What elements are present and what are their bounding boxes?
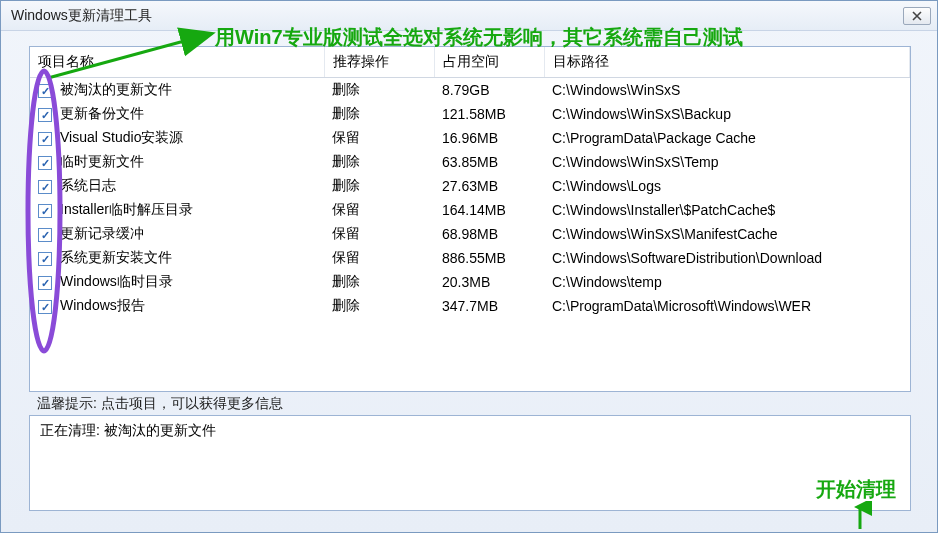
table-row[interactable]: 临时更新文件删除63.85MBC:\Windows\WinSxS\Temp <box>30 150 910 174</box>
cell-path: C:\Windows\Installer\$PatchCache$ <box>544 198 910 222</box>
row-checkbox[interactable] <box>38 228 52 242</box>
cell-name: 系统日志 <box>52 174 324 198</box>
cell-name: Installer临时解压目录 <box>52 198 324 222</box>
cell-name: 更新记录缓冲 <box>52 222 324 246</box>
cell-name: Windows报告 <box>52 294 324 318</box>
cell-size: 20.3MB <box>434 270 544 294</box>
cell-path: C:\Windows\WinSxS\Backup <box>544 102 910 126</box>
cell-action: 删除 <box>324 294 434 318</box>
row-checkbox[interactable] <box>38 156 52 170</box>
window-title: Windows更新清理工具 <box>11 7 152 25</box>
header-name[interactable]: 项目名称 <box>30 47 324 78</box>
table-row[interactable]: Installer临时解压目录保留164.14MBC:\Windows\Inst… <box>30 198 910 222</box>
cell-size: 886.55MB <box>434 246 544 270</box>
header-action[interactable]: 推荐操作 <box>324 47 434 78</box>
table-row[interactable]: 被淘汰的更新文件删除8.79GBC:\Windows\WinSxS <box>30 78 910 103</box>
table-header-row: 项目名称 推荐操作 占用空间 目标路径 <box>30 47 910 78</box>
status-panel: 正在清理: 被淘汰的更新文件 <box>29 415 911 511</box>
cell-action: 删除 <box>324 150 434 174</box>
cell-size: 8.79GB <box>434 78 544 103</box>
cell-size: 16.96MB <box>434 126 544 150</box>
cell-name: 系统更新安装文件 <box>52 246 324 270</box>
header-path[interactable]: 目标路径 <box>544 47 910 78</box>
row-checkbox[interactable] <box>38 108 52 122</box>
cell-path: C:\Windows\WinSxS <box>544 78 910 103</box>
table-row[interactable]: 系统日志删除27.63MBC:\Windows\Logs <box>30 174 910 198</box>
cell-path: C:\Windows\WinSxS\Temp <box>544 150 910 174</box>
cell-path: C:\ProgramData\Microsoft\Windows\WER <box>544 294 910 318</box>
row-checkbox[interactable] <box>38 300 52 314</box>
row-checkbox[interactable] <box>38 276 52 290</box>
cell-size: 27.63MB <box>434 174 544 198</box>
table-row[interactable]: 更新备份文件删除121.58MBC:\Windows\WinSxS\Backup <box>30 102 910 126</box>
row-checkbox[interactable] <box>38 204 52 218</box>
table-row[interactable]: 系统更新安装文件保留886.55MBC:\Windows\SoftwareDis… <box>30 246 910 270</box>
cell-name: 被淘汰的更新文件 <box>52 78 324 103</box>
row-checkbox[interactable] <box>38 180 52 194</box>
status-text: 正在清理: 被淘汰的更新文件 <box>40 422 216 438</box>
row-checkbox[interactable] <box>38 84 52 98</box>
cell-action: 删除 <box>324 270 434 294</box>
close-button[interactable] <box>903 7 931 25</box>
cell-action: 删除 <box>324 78 434 103</box>
cell-name: 更新备份文件 <box>52 102 324 126</box>
hint-text: 温馨提示: 点击项目，可以获得更多信息 <box>29 391 911 417</box>
cell-path: C:\Windows\SoftwareDistribution\Download <box>544 246 910 270</box>
table-row[interactable]: Windows临时目录删除20.3MBC:\Windows\temp <box>30 270 910 294</box>
cell-path: C:\Windows\WinSxS\ManifestCache <box>544 222 910 246</box>
cell-name: Windows临时目录 <box>52 270 324 294</box>
table-row[interactable]: Windows报告删除347.7MBC:\ProgramData\Microso… <box>30 294 910 318</box>
items-table: 项目名称 推荐操作 占用空间 目标路径 被淘汰的更新文件删除8.79GBC:\W… <box>30 47 910 318</box>
cell-action: 保留 <box>324 246 434 270</box>
cell-action: 删除 <box>324 102 434 126</box>
items-panel: 项目名称 推荐操作 占用空间 目标路径 被淘汰的更新文件删除8.79GBC:\W… <box>29 46 911 392</box>
cell-size: 121.58MB <box>434 102 544 126</box>
header-size[interactable]: 占用空间 <box>434 47 544 78</box>
cell-path: C:\Windows\Logs <box>544 174 910 198</box>
cell-path: C:\ProgramData\Package Cache <box>544 126 910 150</box>
titlebar: Windows更新清理工具 <box>1 1 937 31</box>
cell-path: C:\Windows\temp <box>544 270 910 294</box>
close-icon <box>912 11 922 21</box>
app-window: Windows更新清理工具 项目名称 推荐操作 占用空间 目标路径 被淘汰的更新… <box>0 0 938 533</box>
cell-action: 保留 <box>324 198 434 222</box>
row-checkbox[interactable] <box>38 252 52 266</box>
table-row[interactable]: Visual Studio安装源保留16.96MBC:\ProgramData\… <box>30 126 910 150</box>
cell-action: 删除 <box>324 174 434 198</box>
table-row[interactable]: 更新记录缓冲保留68.98MBC:\Windows\WinSxS\Manifes… <box>30 222 910 246</box>
cell-size: 63.85MB <box>434 150 544 174</box>
cell-name: 临时更新文件 <box>52 150 324 174</box>
cell-size: 347.7MB <box>434 294 544 318</box>
cell-size: 68.98MB <box>434 222 544 246</box>
cell-action: 保留 <box>324 126 434 150</box>
cell-name: Visual Studio安装源 <box>52 126 324 150</box>
row-checkbox[interactable] <box>38 132 52 146</box>
cell-size: 164.14MB <box>434 198 544 222</box>
cell-action: 保留 <box>324 222 434 246</box>
